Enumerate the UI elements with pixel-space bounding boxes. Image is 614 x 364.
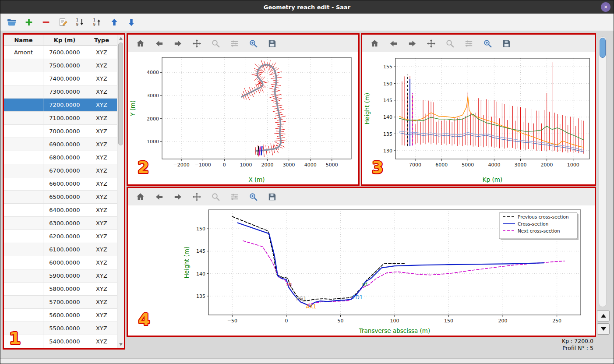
profile-name-cell <box>4 112 43 124</box>
table-row[interactable]: Amont7600.0000XYZ <box>4 46 117 59</box>
folder-open-icon <box>7 17 17 28</box>
table-row[interactable]: 6500.0000XYZ <box>4 191 117 204</box>
table-row[interactable]: 6000.0000XYZ <box>4 256 117 269</box>
svg-text:1000: 1000 <box>240 162 252 168</box>
svg-text:3000: 3000 <box>515 162 527 168</box>
subplots-button[interactable] <box>228 191 240 203</box>
add-profile-button[interactable] <box>23 16 35 28</box>
sort-descending-button[interactable]: 19 <box>74 16 86 28</box>
home-button[interactable] <box>134 37 146 49</box>
close-icon: ✕ <box>603 4 607 10</box>
column-header-type[interactable]: Type <box>86 35 117 46</box>
table-header: Name Kp (m) Type <box>4 35 117 46</box>
sort-ascending-button[interactable]: 19 <box>91 16 103 28</box>
profil-indicator: Profil N° : 5 <box>562 345 593 352</box>
forward-button[interactable] <box>172 37 184 49</box>
table-row[interactable]: 7100.0000XYZ <box>4 112 117 125</box>
pan-icon <box>192 192 202 202</box>
svg-text:Height (m): Height (m) <box>183 247 190 279</box>
move-up-button[interactable] <box>108 16 120 28</box>
longitudinal-profile-chart[interactable]: 7000600050004000300020001000130135140145… <box>362 52 595 184</box>
svg-text:X (m): X (m) <box>248 176 265 183</box>
table-row[interactable]: 5500.0000XYZ <box>4 322 117 335</box>
pan-button[interactable] <box>191 37 203 49</box>
cross-section-chart[interactable]: −50050100150200250135140145150Transverse… <box>128 205 595 336</box>
table-row[interactable]: 7300.0000XYZ <box>4 85 117 99</box>
close-button[interactable]: ✕ <box>601 2 610 12</box>
table-row[interactable]: 5700.0000XYZ <box>4 296 117 309</box>
previous-profile-button[interactable] <box>597 310 610 322</box>
zoom-button[interactable] <box>209 191 222 203</box>
main-toolbar: 1919 <box>0 14 614 31</box>
table-row[interactable]: 6800.0000XYZ <box>4 151 117 164</box>
table-scroll-down-icon[interactable] <box>119 343 123 346</box>
table-row[interactable]: 5400.0000XYZ <box>4 335 117 348</box>
zoom-rect-button[interactable] <box>247 37 259 49</box>
back-button[interactable] <box>153 191 165 203</box>
table-scrollbar-thumb[interactable] <box>118 42 123 145</box>
profile-scrollbar[interactable] <box>599 36 607 307</box>
save-button[interactable] <box>266 37 278 49</box>
profile-type-cell: XYZ <box>86 59 117 72</box>
open-button[interactable] <box>6 16 18 28</box>
zoom-rect-button[interactable] <box>247 191 259 203</box>
table-row[interactable]: 7000.0000XYZ <box>4 125 117 138</box>
pan-button[interactable] <box>425 37 437 49</box>
pan-button[interactable] <box>191 191 203 203</box>
column-header-name[interactable]: Name <box>4 35 43 46</box>
table-row[interactable]: 7400.0000XYZ <box>4 72 117 85</box>
table-row[interactable]: 6900.0000XYZ <box>4 138 117 151</box>
table-scroll-up-icon[interactable] <box>119 37 123 40</box>
column-header-kp[interactable]: Kp (m) <box>43 35 86 46</box>
table-row[interactable]: 7500.0000XYZ <box>4 59 117 72</box>
home-button[interactable] <box>368 37 381 49</box>
back-button[interactable] <box>153 37 165 49</box>
move-down-button[interactable] <box>125 16 138 28</box>
svg-text:5000: 5000 <box>462 162 474 168</box>
table-row[interactable]: 6400.0000XYZ <box>4 204 117 217</box>
table-row[interactable]: 5600.0000XYZ <box>4 309 117 322</box>
floppy-icon <box>267 39 277 49</box>
subplots-button[interactable] <box>462 37 475 49</box>
longitudinal-profile-toolbar <box>362 35 595 52</box>
table-row[interactable]: 5800.0000XYZ <box>4 283 117 296</box>
table-row[interactable]: 6100.0000XYZ <box>4 243 117 256</box>
svg-text:6000: 6000 <box>435 162 448 168</box>
zoom-rect-button[interactable] <box>481 37 494 49</box>
svg-text:1000: 1000 <box>567 162 579 168</box>
next-profile-button[interactable] <box>597 323 610 335</box>
table-row[interactable]: 6700.0000XYZ <box>4 164 117 177</box>
forward-button[interactable] <box>172 191 184 203</box>
magnifier-icon <box>211 39 221 49</box>
content-area: Name Kp (m) Type Amont7600.0000XYZ7500.0… <box>0 31 614 358</box>
profile-kp-cell: 5600.0000 <box>43 309 86 322</box>
profile-type-cell: XYZ <box>86 46 117 59</box>
back-button[interactable] <box>387 37 399 49</box>
svg-text:7000: 7000 <box>409 162 421 168</box>
profile-type-cell: XYZ <box>86 269 117 282</box>
table-row[interactable]: 5900.0000XYZ <box>4 269 117 283</box>
remove-profile-button[interactable] <box>40 16 52 28</box>
pan-icon <box>426 39 436 49</box>
svg-text:150: 150 <box>196 226 205 232</box>
profile-kp-cell: 7400.0000 <box>43 72 86 85</box>
save-button[interactable] <box>500 37 512 49</box>
plan-view-chart[interactable]: −2000−1000010002000300040005000100020003… <box>128 52 358 184</box>
forward-button[interactable] <box>406 37 418 49</box>
svg-text:Transverse abscissa (m): Transverse abscissa (m) <box>359 327 431 334</box>
zoom-button[interactable] <box>209 37 222 49</box>
home-button[interactable] <box>134 191 146 203</box>
profile-scrollbar-thumb[interactable] <box>600 38 606 58</box>
titlebar: Geometry reach edit - Saar ✕ <box>0 0 614 14</box>
table-row[interactable]: 6600.0000XYZ <box>4 177 117 191</box>
edit-profile-button[interactable] <box>57 16 69 28</box>
table-row[interactable]: 6300.0000XYZ <box>4 217 117 230</box>
floppy-icon <box>501 39 512 49</box>
table-scrollbar[interactable] <box>117 35 124 348</box>
table-row[interactable]: 6200.0000XYZ <box>4 230 117 243</box>
zoom-button[interactable] <box>444 37 456 49</box>
profile-type-cell: XYZ <box>86 204 117 216</box>
subplots-button[interactable] <box>228 37 240 49</box>
save-button[interactable] <box>266 191 278 203</box>
table-row[interactable]: 7200.0000XYZ <box>4 99 117 112</box>
